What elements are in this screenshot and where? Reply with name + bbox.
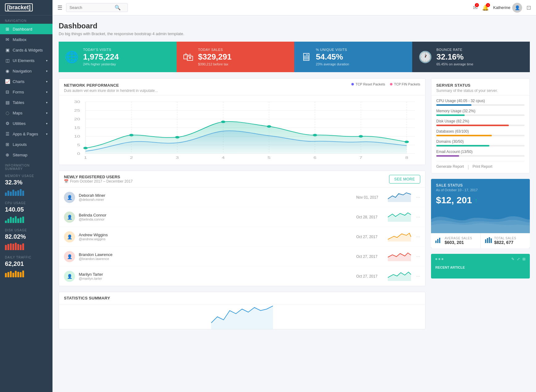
sidebar-item-dashboard[interactable]: ⊞ Dashboard — [0, 24, 52, 34]
total-sales-icon — [484, 236, 492, 245]
chevron-down-icon: ▾ — [46, 132, 48, 136]
print-report-link[interactable]: Print Report — [473, 164, 492, 170]
hamburger-button[interactable]: ☰ — [57, 4, 62, 11]
dot-2 — [438, 258, 440, 260]
sidebar-item-navigation[interactable]: ◉ Navigation ▾ — [0, 66, 52, 76]
notification-icon-button[interactable]: 🔔 1 — [482, 4, 489, 11]
sidebar-item-utilities[interactable]: ⚙ Utilities ▾ — [0, 118, 52, 129]
dashboard-icon: ⊞ — [5, 27, 10, 31]
users-card-header: NEWLY REGISTERED USERS 📅 From October 20… — [59, 171, 425, 188]
cpu-label: CPU USAGE — [5, 201, 48, 205]
user-sparkline — [388, 191, 412, 203]
bounce-label: BOUNCE RATE — [437, 48, 473, 52]
search-input[interactable] — [69, 5, 113, 10]
chevron-down-icon: ▾ — [46, 69, 48, 73]
network-chart-subtitle: Duis autem vel eum iriure dolor in hendr… — [64, 89, 158, 93]
grid-icon[interactable]: ⊞ — [522, 257, 526, 261]
memory-label: MEMORY USAGE — [5, 174, 48, 178]
avg-sales-label: AVERAGE SALES — [445, 237, 472, 240]
user-more-button[interactable]: ··· — [416, 234, 420, 240]
calendar-icon: 📅 — [64, 179, 69, 184]
svg-point-31 — [129, 134, 134, 136]
total-sales-value: $822, 677 — [494, 240, 516, 245]
user-menu[interactable]: Katherine 👤 — [493, 3, 522, 13]
user-more-button[interactable]: ··· — [416, 214, 420, 220]
user-name: Marilyn Tarter — [79, 272, 353, 277]
sidebar-item-ui-elements[interactable]: ◫ UI Elements ▾ — [0, 55, 52, 66]
server-status-subtitle: Summary of the status of your server. — [436, 89, 525, 93]
stat-card-unique: 🖥 % UNIQUE VISITS 54.45% 23% average dur… — [294, 42, 412, 72]
page-subtitle: Do big things with Bracket, the responsi… — [59, 31, 530, 36]
left-column: NETWORK PERFORMANCE Duis autem vel eum i… — [59, 78, 425, 329]
bounce-sub: 65.45% on average time — [437, 62, 473, 66]
stat-visits-info: TODAY'S VISITS 1,975,224 24% higher yest… — [83, 48, 119, 66]
user-info: Belinda Connor @belinda.connor — [79, 213, 353, 221]
expand-icon[interactable]: ⤢ — [517, 257, 520, 261]
svg-text:10: 10 — [74, 135, 80, 138]
stat-unique-info: % UNIQUE VISITS 54.45% 23% average durat… — [316, 48, 349, 66]
sidebar-item-layouts[interactable]: ⊞ Layouts — [0, 139, 52, 150]
disk-progress-fill — [436, 125, 509, 126]
sidebar-item-forms[interactable]: ⊟ Forms ▾ — [0, 87, 52, 97]
visits-value: 1,975,224 — [83, 52, 119, 62]
chevron-down-icon: ▾ — [46, 80, 48, 83]
total-sales-stat: TOTAL SALES $822, 677 — [480, 233, 530, 248]
sidebar-item-maps[interactable]: ◌ Maps ▾ — [0, 108, 52, 118]
svg-rect-45 — [439, 238, 440, 243]
sidebar-item-apps-pages[interactable]: ☰ Apps & Pages ▾ — [0, 129, 52, 139]
svg-point-33 — [221, 121, 225, 123]
memory-value: 32.3% — [5, 179, 48, 186]
stat-card-sales: 🛍 TODAY SALES $329,291 $390,212 before t… — [177, 42, 295, 72]
svg-text:2: 2 — [130, 156, 133, 159]
avg-sales-info: AVERAGE SALES $603, 201 — [445, 237, 472, 245]
legend-tcp-reset: TCP Reset Packets — [351, 82, 385, 86]
sales-value: $329,291 — [198, 52, 232, 62]
article-action-icons: ✎ ⤢ ⊞ — [511, 257, 526, 261]
server-status-header: SERVER STATUS Summary of the status of y… — [431, 79, 530, 96]
sidebar-item-cards-widgets[interactable]: ▣ Cards & Widgets — [0, 45, 52, 55]
generate-report-link[interactable]: Generate Report — [436, 164, 464, 170]
disk-info: DISK USAGE 82.02% — [0, 226, 52, 253]
svg-rect-44 — [437, 239, 438, 243]
edit-icon[interactable]: ✎ — [511, 257, 514, 261]
sale-arrow: ↑ — [475, 197, 478, 204]
see-more-button[interactable]: SEE MORE — [389, 175, 420, 184]
users-card: NEWLY REGISTERED USERS 📅 From October 20… — [59, 171, 425, 286]
svg-text:6: 6 — [313, 156, 316, 159]
sidebar-item-charts[interactable]: 📈 Charts ▾ — [0, 76, 52, 87]
sitemap-icon: ⊕ — [5, 152, 10, 157]
stat-sales-info: TODAY SALES $329,291 $390,212 before tax — [198, 48, 232, 66]
network-chart-card: NETWORK PERFORMANCE Duis autem vel eum i… — [59, 78, 425, 165]
user-more-button[interactable]: ··· — [416, 274, 420, 279]
nav-section-label: NAVIGATION — [0, 15, 52, 24]
search-box: 🔍 — [66, 3, 128, 12]
svg-point-34 — [267, 125, 271, 128]
traffic-value: 62,201 — [5, 260, 48, 267]
network-chart-body: 30 25 20 15 10 5 0 1 2 3 4 5 — [59, 96, 425, 165]
disk-progress-label: Disk Usage (82.2%) — [436, 119, 525, 123]
unique-label: % UNIQUE VISITS — [316, 48, 349, 52]
progress-disk: Disk Usage (82.2%) — [436, 119, 525, 126]
user-more-button[interactable]: ··· — [416, 195, 420, 200]
avg-sales-value: $603, 201 — [445, 240, 472, 245]
sidebar-logo: [bracket] — [0, 0, 52, 15]
sale-status-card: SALE STATUS As of October 10 - 17, 2017 … — [431, 179, 530, 248]
bounce-value: 32.16% — [437, 52, 473, 62]
user-more-button[interactable]: ··· — [416, 254, 420, 259]
sidebar-item-mailbox[interactable]: ✉ Mailbox — [0, 34, 52, 45]
monitor-icon-button[interactable]: ⊡ — [526, 4, 531, 11]
domains-progress-label: Domains (30/50) — [436, 139, 525, 144]
network-chart-title: NETWORK PERFORMANCE — [64, 83, 158, 88]
user-handle: @belinda.connor — [79, 217, 353, 221]
page-title: Dashboard — [59, 22, 530, 30]
sidebar-item-sitemap[interactable]: ⊕ Sitemap — [0, 150, 52, 160]
mail-icon-button[interactable]: ✉ 2 — [473, 4, 478, 11]
sidebar-item-tables[interactable]: ▤ Tables ▾ — [0, 97, 52, 108]
progress-memory: Memory Usage (32.2%) — [436, 109, 525, 116]
stats-chart — [211, 304, 273, 329]
svg-text:4: 4 — [222, 156, 225, 159]
disk-chart — [5, 241, 48, 250]
recent-article-header: ✎ ⤢ ⊞ — [431, 254, 530, 264]
total-sales-label: TOTAL SALES — [494, 237, 516, 240]
user-handle: @brandon.lawrence — [79, 257, 353, 261]
